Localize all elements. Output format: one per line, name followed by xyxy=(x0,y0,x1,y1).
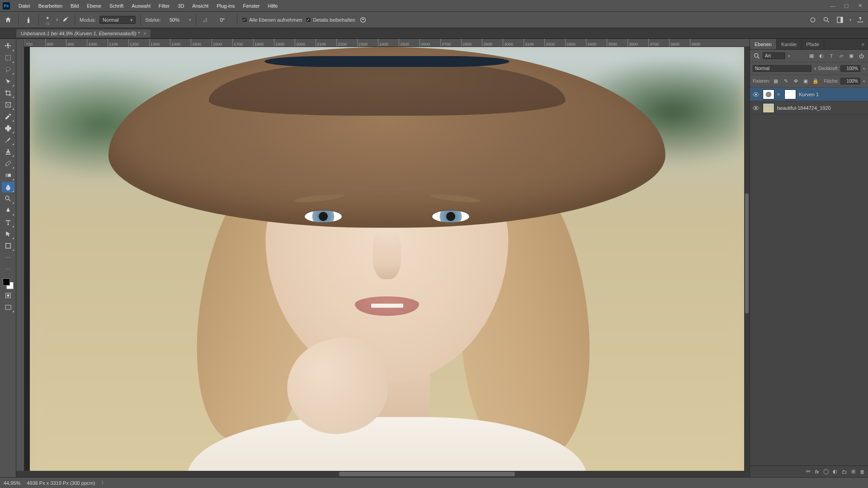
more-tools-icon[interactable]: ⋯ xyxy=(2,252,14,263)
screen-mode-icon[interactable] xyxy=(2,302,14,313)
mode-select[interactable]: Normal xyxy=(99,16,136,24)
menu-ebene[interactable]: Ebene xyxy=(83,0,105,11)
tab-paths[interactable]: Pfade xyxy=(802,39,824,49)
menu-bearbeiten[interactable]: Bearbeiten xyxy=(34,0,66,11)
chevron-down-icon[interactable]: ▾ xyxy=(189,18,191,22)
menu-bild[interactable]: Bild xyxy=(66,0,83,11)
menu-hilfe[interactable]: Hilfe xyxy=(264,0,282,11)
layer-name[interactable]: beautiful-1844724_1920 xyxy=(777,105,831,111)
menu-plug-ins[interactable]: Plug-ins xyxy=(212,0,239,11)
chevron-down-icon[interactable]: ▾ xyxy=(56,18,58,22)
menu-auswahl[interactable]: Auswahl xyxy=(127,0,155,11)
fill-input[interactable]: 100% xyxy=(840,78,860,84)
menu-ansicht[interactable]: Ansicht xyxy=(188,0,212,11)
gradient-tool[interactable] xyxy=(2,170,14,181)
layer-row[interactable]: ⎆Kurven 1 xyxy=(750,88,868,101)
layer-visibility-icon[interactable] xyxy=(752,90,760,99)
share-icon[interactable] xyxy=(855,15,865,25)
lock-transparent-icon[interactable]: ▦ xyxy=(772,77,780,85)
home-button[interactable] xyxy=(3,14,14,25)
chevron-down-icon[interactable]: ▾ xyxy=(849,18,852,22)
layer-group-icon[interactable]: 🗀 xyxy=(840,468,848,476)
eyedropper-tool[interactable] xyxy=(2,111,14,122)
dodge-tool[interactable] xyxy=(2,193,14,204)
filter-toggle-icon[interactable]: ⏻ xyxy=(857,52,865,60)
filter-adjust-icon[interactable]: ◐ xyxy=(817,52,826,60)
blend-mode-select[interactable]: Normal xyxy=(753,65,811,72)
edit-toolbar-icon[interactable]: ⋯ xyxy=(2,264,14,275)
scrollbar-thumb[interactable] xyxy=(339,472,515,476)
scrollbar-thumb[interactable] xyxy=(745,193,749,314)
layer-name[interactable]: Kurven 1 xyxy=(799,92,819,97)
link-layers-icon[interactable]: ⚯ xyxy=(804,468,812,476)
layer-thumb[interactable] xyxy=(763,103,774,113)
layer-row[interactable]: beautiful-1844724_1920 xyxy=(750,101,868,115)
strength-input[interactable]: 50% xyxy=(165,17,184,23)
menu-fenster[interactable]: Fenster xyxy=(239,0,264,11)
filter-smart-icon[interactable]: ▣ xyxy=(847,52,855,60)
quick-select-tool[interactable] xyxy=(2,76,14,87)
crop-tool[interactable] xyxy=(2,88,14,99)
adjustment-thumb[interactable] xyxy=(763,89,774,99)
panel-menu-icon[interactable]: ≡ xyxy=(858,39,868,49)
lock-paint-icon[interactable]: ✎ xyxy=(782,77,790,85)
workspace-icon[interactable] xyxy=(835,15,845,25)
lock-position-icon[interactable]: ✥ xyxy=(792,77,800,85)
close-tab-icon[interactable]: × xyxy=(143,31,146,36)
horizontal-scrollbar[interactable] xyxy=(16,471,750,477)
frame-tool[interactable] xyxy=(2,99,14,110)
pressure-icon[interactable] xyxy=(359,16,367,24)
tool-preset-icon[interactable] xyxy=(23,14,34,25)
stamp-tool[interactable] xyxy=(2,146,14,157)
marquee-tool[interactable] xyxy=(2,52,14,63)
zoom-level[interactable]: 44,95% xyxy=(4,480,20,486)
path-select-tool[interactable] xyxy=(2,229,14,239)
delete-layer-icon[interactable]: 🗑 xyxy=(858,468,866,476)
mask-thumb[interactable] xyxy=(784,89,796,99)
brush-tool[interactable] xyxy=(2,135,14,145)
lock-all-icon[interactable]: 🔒 xyxy=(811,77,820,85)
filter-pixel-icon[interactable]: ▦ xyxy=(807,52,816,60)
ruler-vertical[interactable] xyxy=(16,39,24,477)
brush-settings-icon[interactable] xyxy=(62,16,70,24)
quick-mask-icon[interactable] xyxy=(2,290,14,301)
lasso-tool[interactable] xyxy=(2,64,14,75)
layer-visibility-icon[interactable] xyxy=(752,104,760,112)
shape-tool[interactable] xyxy=(2,240,14,251)
eraser-tool[interactable] xyxy=(2,158,14,169)
pen-tool[interactable] xyxy=(2,205,14,216)
tab-layers[interactable]: Ebenen xyxy=(750,39,777,49)
close-button[interactable]: ✕ xyxy=(854,2,865,10)
minimize-button[interactable]: — xyxy=(827,2,838,10)
adjustment-layer-icon[interactable]: ◐ xyxy=(831,468,839,476)
vertical-scrollbar[interactable] xyxy=(744,47,750,477)
layer-mask-icon[interactable]: ◯ xyxy=(822,468,830,476)
layer-filter-select[interactable]: Art xyxy=(763,52,785,59)
sample-all-layers-checkbox[interactable]: ✓Alle Ebenen aufnehmen xyxy=(242,17,302,23)
menu-schrift[interactable]: Schrift xyxy=(105,0,127,11)
canvas[interactable] xyxy=(30,47,744,477)
filter-type-icon[interactable]: T xyxy=(827,52,835,60)
maximize-button[interactable]: ▢ xyxy=(841,2,852,10)
document-info[interactable]: 4936 Px x 3319 Px (300 ppcm) xyxy=(27,480,95,486)
type-tool[interactable] xyxy=(2,217,14,228)
menu-3d[interactable]: 3D xyxy=(174,0,188,11)
new-layer-icon[interactable]: ⊞ xyxy=(849,468,857,476)
filter-shape-icon[interactable]: ▱ xyxy=(837,52,845,60)
preserve-detail-checkbox[interactable]: ✓Details beibehalten xyxy=(306,17,355,23)
status-chevron-icon[interactable]: 〉 xyxy=(101,479,106,486)
search-icon[interactable] xyxy=(821,15,831,25)
menu-datei[interactable]: Datei xyxy=(14,0,34,11)
healing-tool[interactable] xyxy=(2,123,14,134)
ruler-horizontal[interactable]: 7008009001000110012001300140015001600170… xyxy=(24,39,750,47)
blur-tool[interactable] xyxy=(2,182,14,192)
opacity-input[interactable]: 100% xyxy=(840,65,860,72)
tab-channels[interactable]: Kanäle xyxy=(777,39,802,49)
brush-preview-icon[interactable]: ● xyxy=(43,14,52,22)
move-tool[interactable] xyxy=(2,41,14,52)
color-swatch[interactable] xyxy=(3,278,14,289)
cloud-icon[interactable] xyxy=(808,15,818,25)
menu-filter[interactable]: Filter xyxy=(155,0,174,11)
lock-artboard-icon[interactable]: ▣ xyxy=(802,77,810,85)
angle-input[interactable]: 0° xyxy=(212,17,232,23)
